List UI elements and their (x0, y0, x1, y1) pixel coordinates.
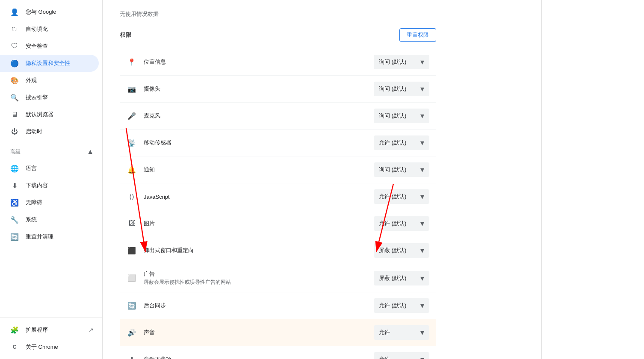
location-value-text: 询问 (默认) (379, 58, 406, 66)
camera-chevron-icon: ▾ (420, 84, 424, 94)
sidebar-item-accessibility[interactable]: ♿ 无障碍 (0, 194, 99, 211)
sidebar-footer: 🧩 扩展程序 ↗ C 关于 Chrome (0, 318, 102, 356)
ads-select[interactable]: 屏蔽 (默认) ▾ (361, 271, 429, 285)
advanced-toggle[interactable]: ▲ (87, 148, 94, 156)
microphone-icon: 🎤 (127, 111, 137, 121)
camera-select[interactable]: 询问 (默认) ▾ (361, 82, 429, 96)
sound-select-value[interactable]: 允许 ▾ (374, 325, 429, 340)
notifications-name: 通知 (144, 166, 155, 173)
permission-row-motion: 📡 移动传感器 允许 (默认) ▾ (120, 129, 436, 156)
sidebar-item-reset[interactable]: 🔄 重置并清理 (0, 228, 99, 245)
sound-select[interactable]: 允许 ▾ (361, 325, 429, 340)
notifications-chevron-icon: ▾ (420, 165, 424, 174)
location-name-container: 位置信息 (144, 58, 354, 66)
sidebar-item-extensions[interactable]: 🧩 扩展程序 ↗ (0, 321, 102, 338)
sidebar-item-language[interactable]: 🌐 语言 (0, 160, 99, 177)
you-google-label: 您与 Google (26, 8, 56, 16)
motion-select-value[interactable]: 允许 (默认) ▾ (374, 135, 429, 150)
extensions-label: 扩展程序 (26, 326, 48, 334)
permission-row-ads: ⬜ 广告屏蔽会展示侵扰性或误导性广告的网站 屏蔽 (默认) ▾ (120, 264, 436, 292)
location-chevron-icon: ▾ (420, 57, 424, 67)
sidebar-item-appearance[interactable]: 🎨 外观 (0, 72, 99, 89)
sound-value-text: 允许 (379, 329, 390, 336)
sidebar-item-autofill[interactable]: 🗂 自动填充 (0, 21, 99, 38)
sound-chevron-icon: ▾ (420, 328, 424, 337)
ads-name: 广告屏蔽会展示侵扰性或误导性广告的网站 (144, 271, 354, 286)
microphone-select[interactable]: 询问 (默认) ▾ (361, 109, 429, 123)
images-select[interactable]: 允许 (默认) ▾ (361, 216, 429, 231)
location-select-value[interactable]: 询问 (默认) ▾ (374, 55, 429, 69)
background-sync-icon: 🔄 (127, 300, 137, 311)
permission-row-notifications: 🔔 通知 询问 (默认) ▾ (120, 156, 436, 183)
location-name: 位置信息 (144, 59, 166, 65)
microphone-select-value[interactable]: 询问 (默认) ▾ (374, 109, 429, 123)
language-label: 语言 (26, 165, 37, 172)
system-icon: 🔧 (10, 215, 19, 224)
reset-label: 重置并清理 (26, 233, 53, 241)
sidebar-item-search[interactable]: 🔍 搜索引擎 (0, 89, 99, 106)
notifications-select[interactable]: 询问 (默认) ▾ (361, 162, 429, 177)
accessibility-label: 无障碍 (26, 199, 42, 206)
camera-name-container: 摄像头 (144, 85, 354, 93)
camera-select-value[interactable]: 询问 (默认) ▾ (374, 82, 429, 96)
sidebar-item-system[interactable]: 🔧 系统 (0, 211, 99, 228)
no-usage-text: 无使用情况数据 (120, 10, 436, 18)
notifications-name-container: 通知 (144, 166, 354, 174)
popups-select-value[interactable]: 屏蔽 (默认) ▾ (374, 243, 429, 258)
sidebar-item-default-browser[interactable]: 🖥 默认浏览器 (0, 106, 99, 123)
auto-download-value-text: 允许 (379, 356, 390, 359)
right-panel (541, 0, 644, 359)
sidebar-item-privacy[interactable]: 🔵 隐私设置和安全性 (0, 55, 99, 72)
default-browser-label: 默认浏览器 (26, 111, 53, 118)
popups-name: 弹出式窗口和重定向 (144, 247, 194, 253)
privacy-label: 隐私设置和安全性 (26, 59, 70, 67)
popups-name-container: 弹出式窗口和重定向 (144, 247, 354, 254)
motion-select[interactable]: 允许 (默认) ▾ (361, 135, 429, 150)
javascript-chevron-icon: ▾ (420, 192, 424, 201)
sidebar-item-downloads[interactable]: ⬇ 下载内容 (0, 177, 99, 194)
default-browser-icon: 🖥 (10, 110, 19, 119)
auto-download-name-container: 自动下载项 (144, 356, 354, 359)
downloads-label: 下载内容 (26, 182, 48, 189)
sidebar-item-startup[interactable]: ⏻ 启动时 (0, 123, 99, 140)
location-select[interactable]: 询问 (默认) ▾ (361, 55, 429, 69)
motion-name: 移动传感器 (144, 139, 171, 146)
autofill-icon: 🗂 (10, 25, 19, 33)
ads-select-value[interactable]: 屏蔽 (默认) ▾ (374, 271, 429, 285)
sidebar-item-security[interactable]: 🛡 安全检查 (0, 38, 99, 55)
ads-subtext: 屏蔽会展示侵扰性或误导性广告的网站 (144, 279, 354, 286)
privacy-icon: 🔵 (10, 59, 19, 68)
images-select-value[interactable]: 允许 (默认) ▾ (374, 216, 429, 231)
auto-download-select[interactable]: 允许 ▾ (361, 352, 429, 359)
location-icon: 📍 (127, 57, 137, 67)
background-sync-select[interactable]: 允许 (默认) ▾ (361, 298, 429, 313)
ads-chevron-icon: ▾ (420, 274, 424, 283)
security-label: 安全检查 (26, 42, 48, 50)
sidebar-item-you-google[interactable]: 👤 您与 Google (0, 3, 99, 21)
about-chrome-icon: C (10, 343, 19, 351)
permissions-list: 📍 位置信息 询问 (默认) ▾ 📷 摄像头 询问 (默认) ▾ 🎤 麦克风 询… (120, 49, 436, 359)
motion-icon: 📡 (127, 138, 137, 148)
camera-name: 摄像头 (144, 85, 160, 92)
auto-download-select-value[interactable]: 允许 ▾ (374, 352, 429, 359)
sidebar-item-about-chrome[interactable]: C 关于 Chrome (0, 338, 102, 356)
search-icon: 🔍 (10, 93, 19, 102)
javascript-name: JavaScript (144, 194, 170, 200)
javascript-select[interactable]: 允许 (默认) ▾ (361, 189, 429, 204)
motion-chevron-icon: ▾ (420, 138, 424, 147)
permission-row-popups: ⬛ 弹出式窗口和重定向 屏蔽 (默认) ▾ (120, 237, 436, 264)
reset-permissions-button[interactable]: 重置权限 (399, 28, 436, 42)
advanced-label: 高级 (10, 148, 21, 156)
background-sync-select-value[interactable]: 允许 (默认) ▾ (374, 298, 429, 313)
appearance-icon: 🎨 (10, 76, 19, 85)
permission-row-sound: 🔊 声音 允许 ▾ (120, 319, 436, 346)
popups-select[interactable]: 屏蔽 (默认) ▾ (361, 243, 429, 258)
permission-row-location: 📍 位置信息 询问 (默认) ▾ (120, 49, 436, 76)
notifications-select-value[interactable]: 询问 (默认) ▾ (374, 162, 429, 177)
ads-name-container: 广告屏蔽会展示侵扰性或误导性广告的网站 (144, 270, 354, 286)
permissions-title: 权限 (120, 31, 132, 39)
javascript-select-value[interactable]: 允许 (默认) ▾ (374, 189, 429, 204)
permission-row-auto-download: ⬇ 自动下载项 允许 ▾ (120, 346, 436, 359)
images-name: 图片 (144, 220, 155, 227)
advanced-section-header: 高级 ▲ (0, 144, 102, 160)
